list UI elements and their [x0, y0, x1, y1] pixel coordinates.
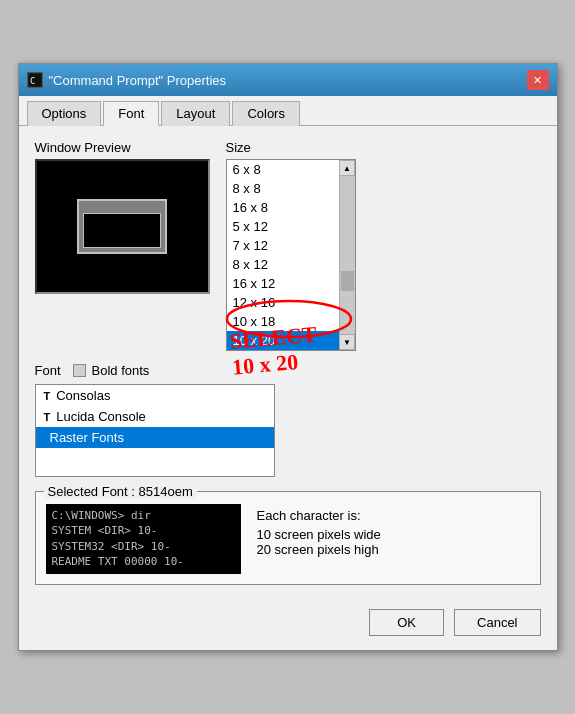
terminal-line-2: SYSTEM32 <DIR> 10- — [52, 539, 235, 554]
tab-font[interactable]: Font — [103, 101, 159, 126]
size-section: Size 6 x 8 8 x 8 16 x 8 5 x 12 7 x 12 8 … — [226, 140, 541, 351]
char-info-title: Each character is: — [257, 508, 381, 523]
size-item-3[interactable]: 5 x 12 — [227, 217, 339, 236]
font-icon-1: T — [44, 411, 51, 423]
tab-colors[interactable]: Colors — [232, 101, 300, 126]
bold-fonts-label: Bold fonts — [92, 363, 150, 378]
scroll-track[interactable] — [340, 176, 355, 334]
size-label: Size — [226, 140, 541, 155]
preview-label: Window Preview — [35, 140, 210, 155]
size-scrollbar[interactable]: ▲ ▼ — [339, 160, 355, 350]
cmd-icon: C — [27, 72, 43, 88]
font-item-label-1: Lucida Console — [56, 409, 146, 424]
font-list-spacer — [36, 448, 274, 476]
size-item-7[interactable]: 12 x 16 — [227, 293, 339, 312]
close-button[interactable]: ✕ — [527, 70, 549, 90]
scroll-down-btn[interactable]: ▼ — [339, 334, 355, 350]
cancel-button[interactable]: Cancel — [454, 609, 540, 636]
char-info-high: 20 screen pixels high — [257, 542, 381, 557]
title-bar: C "Command Prompt" Properties ✕ — [19, 64, 557, 96]
char-info: Each character is: 10 screen pixels wide… — [257, 504, 381, 574]
font-item-label-2: Raster Fonts — [50, 430, 124, 445]
font-icon-0: T — [44, 390, 51, 402]
size-item-2[interactable]: 16 x 8 — [227, 198, 339, 217]
dialog-window: C "Command Prompt" Properties ✕ Options … — [18, 63, 558, 651]
size-item-1[interactable]: 8 x 8 — [227, 179, 339, 198]
selected-font-content: C:\WINDOWS> dir SYSTEM <DIR> 10- SYSTEM3… — [46, 504, 530, 574]
tab-layout[interactable]: Layout — [161, 101, 230, 126]
bold-fonts-checkbox[interactable] — [73, 364, 86, 377]
size-item-8[interactable]: 10 x 18 — [227, 312, 339, 331]
selected-font-box: Selected Font : 8514oem C:\WINDOWS> dir … — [35, 491, 541, 585]
dialog-title: "Command Prompt" Properties — [49, 73, 227, 88]
scroll-thumb — [341, 271, 354, 291]
size-item-0[interactable]: 6 x 8 — [227, 160, 339, 179]
size-item-9[interactable]: 10 x 20 — [227, 331, 339, 350]
font-section-label: Font — [35, 363, 61, 378]
terminal-preview: C:\WINDOWS> dir SYSTEM <DIR> 10- SYSTEM3… — [46, 504, 241, 574]
font-row: Font Bold fonts — [35, 363, 541, 378]
selected-font-legend: Selected Font : 8514oem — [44, 484, 197, 499]
terminal-line-1: SYSTEM <DIR> 10- — [52, 523, 235, 538]
size-list[interactable]: 6 x 8 8 x 8 16 x 8 5 x 12 7 x 12 8 x 12 … — [227, 160, 339, 350]
font-item-1[interactable]: T Lucida Console — [36, 406, 274, 427]
window-preview-section: Window Preview — [35, 140, 210, 294]
size-item-4[interactable]: 7 x 12 — [227, 236, 339, 255]
tab-content: Window Preview Size 6 x 8 8 x 8 16 x 8 5… — [19, 126, 557, 599]
char-info-wide: 10 screen pixels wide — [257, 527, 381, 542]
preview-window-inner — [83, 213, 161, 248]
tab-bar: Options Font Layout Colors — [19, 96, 557, 126]
size-list-container[interactable]: 6 x 8 8 x 8 16 x 8 5 x 12 7 x 12 8 x 12 … — [226, 159, 356, 351]
tab-options[interactable]: Options — [27, 101, 102, 126]
svg-text:C: C — [30, 76, 35, 86]
size-item-6[interactable]: 16 x 12 — [227, 274, 339, 293]
ok-button[interactable]: OK — [369, 609, 444, 636]
scroll-up-btn[interactable]: ▲ — [339, 160, 355, 176]
bottom-buttons: OK Cancel — [19, 599, 557, 650]
font-item-0[interactable]: T Consolas — [36, 385, 274, 406]
bold-checkbox-row: Bold fonts — [73, 363, 150, 378]
font-item-2[interactable]: Raster Fonts — [36, 427, 274, 448]
font-item-label-0: Consolas — [56, 388, 110, 403]
top-row: Window Preview Size 6 x 8 8 x 8 16 x 8 5… — [35, 140, 541, 351]
font-list-box[interactable]: T Consolas T Lucida Console Raster Fonts — [35, 384, 275, 477]
size-item-5[interactable]: 8 x 12 — [227, 255, 339, 274]
preview-box — [35, 159, 210, 294]
terminal-line-3: README TXT 00000 10- — [52, 554, 235, 569]
title-bar-left: C "Command Prompt" Properties — [27, 72, 227, 88]
terminal-line-0: C:\WINDOWS> dir — [52, 508, 235, 523]
preview-window — [77, 199, 167, 254]
